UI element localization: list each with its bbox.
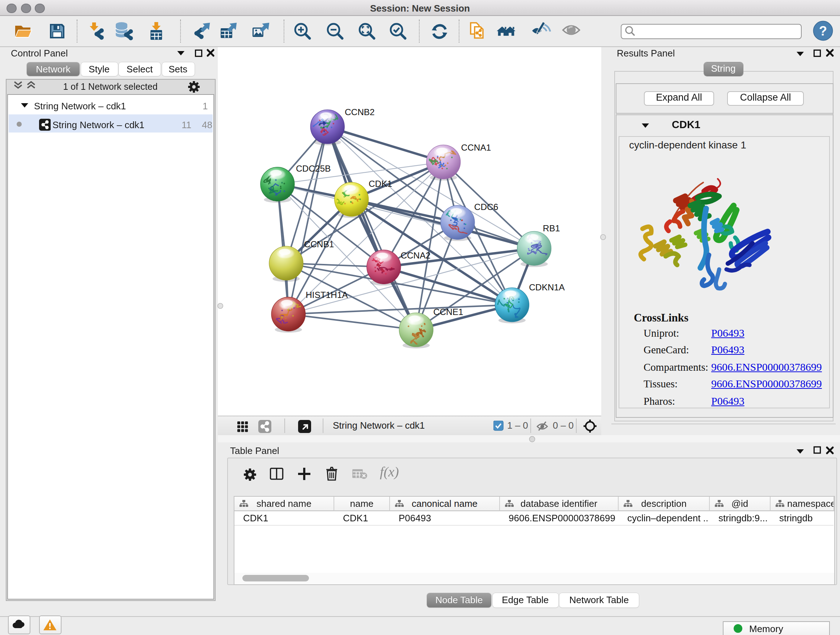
svg-text:CCNA1: CCNA1 [461, 143, 491, 152]
svg-text:CDC25B: CDC25B [295, 164, 330, 173]
svg-text:CDK1: CDK1 [368, 179, 392, 188]
svg-text:RB1: RB1 [543, 223, 560, 233]
svg-text:CDKN1A: CDKN1A [529, 282, 565, 292]
svg-text:HIST1H1A: HIST1H1A [305, 290, 347, 300]
svg-text:CCNB2: CCNB2 [344, 107, 374, 117]
svg-text:CDC6: CDC6 [474, 202, 498, 212]
svg-text:CCNA2: CCNA2 [400, 250, 430, 260]
svg-text:?: ? [819, 24, 827, 38]
svg-text:CCNE1: CCNE1 [433, 307, 463, 317]
svg-text:CCNB1: CCNB1 [304, 239, 334, 249]
